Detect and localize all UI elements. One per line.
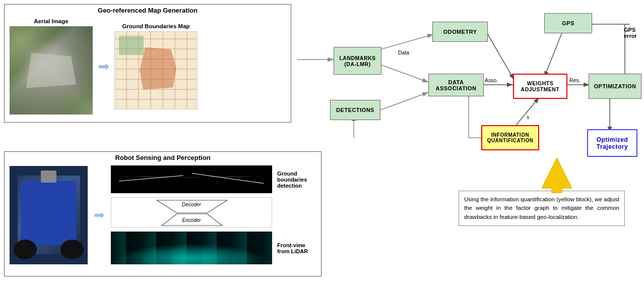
detections-box: DETECTIONS xyxy=(330,100,380,120)
info-quant-box: INFORMATION QUANTIFICATION xyxy=(481,125,539,150)
svg-marker-21 xyxy=(542,158,572,193)
desc-box: Using the information quantification (ye… xyxy=(459,191,625,226)
geo-arrow: ➡ xyxy=(98,58,109,75)
ground-bounds-img xyxy=(111,165,272,193)
landmarks-box: LANDMARKS (DA-LMR) xyxy=(334,47,381,75)
odometry-box: ODOMETRY xyxy=(432,22,488,42)
map-label: Ground Boundaries Map xyxy=(122,23,189,29)
svg-line-9 xyxy=(486,32,514,80)
gps-box: GPS xyxy=(544,13,592,33)
optimized-traj-box: Optimized Trajectory xyxy=(587,129,637,157)
lidar-image xyxy=(111,232,272,264)
svg-line-17 xyxy=(514,97,539,128)
robot-arrow: ➡ xyxy=(94,207,105,223)
aerial-label: Aerial Image xyxy=(34,18,68,24)
decoder-label: Decoder xyxy=(182,202,201,207)
data-label: Data xyxy=(398,49,409,55)
svg-line-10 xyxy=(544,27,564,77)
encoder-decoder-img: Decoder Encoder xyxy=(111,197,272,228)
encoder-label: Encoder xyxy=(182,217,201,223)
aerial-image xyxy=(10,26,93,115)
weights-box: WEIGHTS ADJUSTMENT xyxy=(513,74,567,99)
robot-panel-title: Robot Sensing and Perception xyxy=(5,152,321,162)
geo-panel: Geo-referenced Map Generation Aerial Ima… xyxy=(4,4,291,123)
svg-line-6 xyxy=(380,65,428,82)
s-label: s xyxy=(527,114,529,120)
desc-text: Using the information quantification (ye… xyxy=(464,196,619,220)
asso-label: Asso. xyxy=(485,77,498,83)
res-label: Res. xyxy=(569,77,581,83)
gps-error-label: GPS error xyxy=(624,27,640,39)
svg-line-7 xyxy=(380,92,428,110)
robot-panel: Robot Sensing and Perception ➡ Ground bo… xyxy=(4,151,321,276)
data-assoc-box: DATA ASSOCIATION xyxy=(428,74,484,96)
yellow-arrow xyxy=(537,153,577,195)
svg-line-5 xyxy=(380,34,433,49)
robot-image xyxy=(10,166,88,264)
map-image xyxy=(114,31,198,109)
flow-area: LANDMARKS (DA-LMR) ODOMETRY GPS DATA ASS… xyxy=(297,4,640,279)
geo-panel-title: Geo-referenced Map Generation xyxy=(5,5,291,15)
optimization-box: OPTIMIZATION xyxy=(589,74,641,99)
